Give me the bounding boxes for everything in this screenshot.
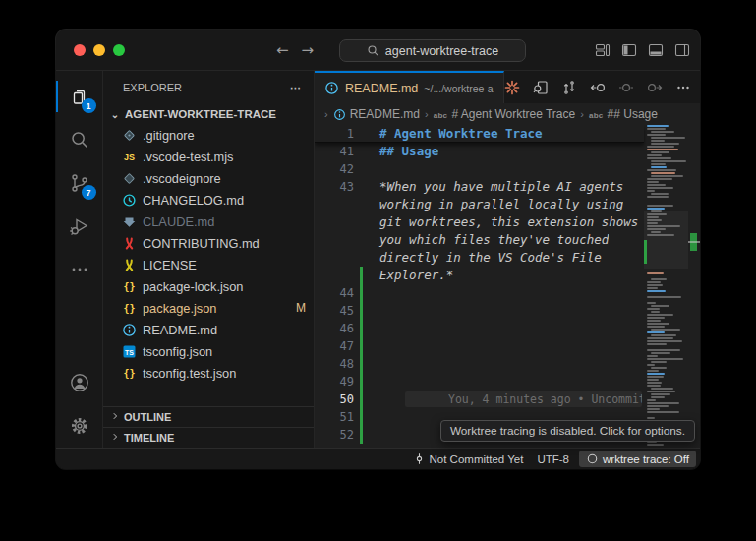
breadcrumb-item[interactable]: abc# Agent Worktree Trace bbox=[434, 107, 576, 121]
file-row-.gitignore[interactable]: .gitignore bbox=[103, 124, 314, 146]
line-number[interactable]: 51 bbox=[315, 408, 354, 426]
folder-root-row[interactable]: ⌄ AGENT-WORKTREE-TRACE bbox=[103, 104, 314, 124]
code-line[interactable]: 45 bbox=[315, 302, 644, 320]
activity-item-run-debug[interactable] bbox=[56, 205, 103, 248]
file-name: README.md bbox=[143, 323, 217, 337]
minimap[interactable] bbox=[644, 125, 688, 448]
line-number[interactable]: 46 bbox=[315, 320, 354, 337]
code-line[interactable]: 46 bbox=[315, 320, 644, 337]
minimap-text-row bbox=[647, 323, 669, 325]
line-number[interactable] bbox=[315, 213, 354, 231]
toggle-panel-icon[interactable] bbox=[648, 42, 664, 58]
file-row-.vscodeignore[interactable]: .vscodeignore bbox=[103, 167, 314, 189]
line-number[interactable]: 1 bbox=[315, 125, 354, 142]
code-line[interactable]: 49 bbox=[315, 373, 644, 391]
code-text: *When you have multiple AI agents bbox=[354, 178, 623, 196]
file-row-.vscode-test.mjs[interactable]: JS.vscode-test.mjs bbox=[103, 146, 314, 167]
code-line[interactable]: git worktrees, this extension shows bbox=[315, 213, 644, 231]
code-text bbox=[354, 337, 379, 355]
code-line[interactable]: Explorer.* bbox=[315, 267, 644, 284]
code-text: directly in the VS Code's File bbox=[354, 249, 602, 267]
circle-arrow-right-icon[interactable] bbox=[647, 80, 663, 95]
minimize-window-button[interactable] bbox=[93, 44, 105, 56]
breadcrumb-item[interactable]: README.md bbox=[333, 107, 420, 121]
minimap-text-row bbox=[651, 131, 674, 133]
editor-pane[interactable]: 1# Agent Worktree Trace41## Usage4243*Wh… bbox=[315, 125, 700, 448]
code-text bbox=[354, 373, 379, 391]
open-changes-icon[interactable] bbox=[590, 80, 606, 95]
activity-item-more-views[interactable] bbox=[56, 248, 103, 291]
customize-layout-icon[interactable] bbox=[595, 42, 611, 58]
minimap-text-row bbox=[647, 343, 667, 345]
toggle-primary-sidebar-icon[interactable] bbox=[621, 42, 637, 58]
status-item-worktree-trace-toggle[interactable]: wrktree trace: Off bbox=[579, 451, 696, 467]
status-item-encoding[interactable]: UTF-8 bbox=[530, 451, 576, 467]
explorer-more-actions-icon[interactable]: ⋯ bbox=[290, 82, 302, 94]
forward-icon[interactable]: → bbox=[302, 41, 315, 59]
line-number[interactable] bbox=[315, 231, 354, 249]
line-number[interactable]: 50 bbox=[315, 391, 354, 408]
code-line[interactable]: you which files they've touched bbox=[315, 231, 644, 249]
file-row-CONTRIBUTING.md[interactable]: CONTRIBUTING.md bbox=[103, 232, 314, 254]
file-row-package-lock.json[interactable]: {}package-lock.json bbox=[103, 275, 314, 297]
line-number[interactable] bbox=[315, 196, 354, 213]
code-line[interactable]: 42 bbox=[315, 160, 644, 178]
file-row-CLAUDE.md[interactable]: CLAUDE.md bbox=[103, 210, 314, 232]
file-row-package.json[interactable]: {}package.jsonM bbox=[103, 297, 314, 319]
toggle-secondary-sidebar-icon[interactable] bbox=[674, 42, 690, 58]
file-row-CHANGELOG.md[interactable]: CHANGELOG.md bbox=[103, 189, 314, 210]
minimap-text-row bbox=[651, 388, 673, 390]
code-line[interactable]: working in parallel locally using bbox=[315, 196, 644, 213]
minimap-text-row bbox=[651, 140, 665, 142]
line-number[interactable] bbox=[315, 267, 354, 284]
command-center-search[interactable]: agent-worktree-trace bbox=[339, 39, 526, 62]
code-line[interactable]: 50You, 4 minutes ago • Uncommitte bbox=[315, 391, 644, 408]
line-number[interactable]: 41 bbox=[315, 143, 354, 160]
activity-item-source-control[interactable]: 7 bbox=[56, 161, 103, 205]
overview-ruler[interactable] bbox=[688, 125, 700, 448]
code-line[interactable]: 44 bbox=[315, 284, 644, 302]
section-outline[interactable]: OUTLINE bbox=[103, 406, 314, 427]
tab-readme[interactable]: README.md ~/.../worktree-a bbox=[315, 71, 504, 103]
close-window-button[interactable] bbox=[74, 44, 86, 56]
file-row-LICENSE[interactable]: LICENSE bbox=[103, 254, 314, 275]
code-text bbox=[354, 320, 379, 337]
activity-item-accounts[interactable] bbox=[56, 361, 103, 404]
breadcrumb-item[interactable]: abc## Usage bbox=[589, 107, 658, 121]
code-line[interactable]: directly in the VS Code's File bbox=[315, 249, 644, 267]
circle-dash-icon[interactable] bbox=[618, 80, 634, 95]
file-row-README.md[interactable]: README.md bbox=[103, 319, 314, 340]
file-row-tsconfig.json[interactable]: TStsconfig.json bbox=[103, 340, 314, 362]
line-number[interactable]: 43 bbox=[315, 178, 354, 196]
activity-item-explorer[interactable]: 1 bbox=[56, 75, 103, 118]
line-number[interactable]: 44 bbox=[315, 284, 354, 302]
line-number[interactable]: 45 bbox=[315, 302, 354, 320]
compare-changes-icon[interactable] bbox=[561, 80, 577, 95]
line-number[interactable]: 49 bbox=[315, 373, 354, 391]
activity-item-search[interactable] bbox=[56, 118, 103, 161]
claude-icon[interactable] bbox=[504, 80, 520, 95]
line-number[interactable]: 52 bbox=[315, 426, 354, 444]
line-number[interactable] bbox=[315, 249, 354, 267]
minimap-text-row bbox=[651, 143, 679, 145]
activity-item-settings[interactable] bbox=[56, 404, 103, 448]
code-line[interactable]: 41## Usage bbox=[315, 143, 644, 160]
section-timeline[interactable]: TIMELINE bbox=[103, 427, 314, 448]
sidebar-header[interactable]: EXPLORER ⋯ bbox=[103, 71, 314, 104]
back-icon[interactable]: ← bbox=[276, 41, 289, 59]
search-icon bbox=[69, 129, 90, 150]
zoom-window-button[interactable] bbox=[113, 44, 125, 56]
line-number[interactable]: 48 bbox=[315, 355, 354, 373]
command-center-text: agent-worktree-trace bbox=[385, 44, 498, 58]
code-line[interactable]: 47 bbox=[315, 337, 644, 355]
code-line[interactable]: 43*When you have multiple AI agents bbox=[315, 178, 644, 196]
status-item-git-status[interactable]: Not Committed Yet bbox=[406, 451, 531, 467]
line-number[interactable]: 42 bbox=[315, 160, 354, 178]
minimap-text-row bbox=[647, 146, 674, 148]
more-actions-icon[interactable] bbox=[675, 80, 691, 95]
code-line[interactable]: 48 bbox=[315, 355, 644, 373]
line-number[interactable]: 47 bbox=[315, 337, 354, 355]
file-row-tsconfig.test.json[interactable]: {}tsconfig.test.json bbox=[103, 362, 314, 384]
sticky-scroll-line[interactable]: 1# Agent Worktree Trace bbox=[315, 125, 644, 143]
open-preview-icon[interactable] bbox=[533, 80, 549, 95]
